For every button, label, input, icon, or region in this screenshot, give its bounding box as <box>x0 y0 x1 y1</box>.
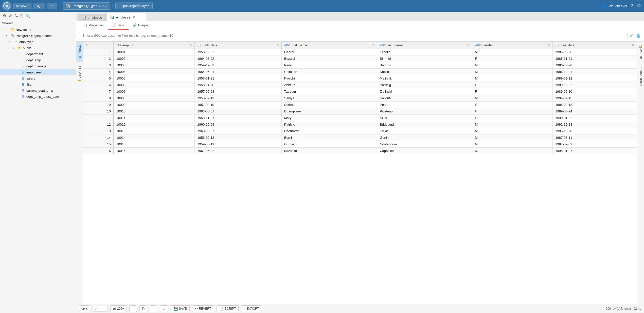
table-cell[interactable]: Piveteau <box>377 108 472 115</box>
table-cell[interactable]: 9 <box>83 102 114 108</box>
col-header-birth-date[interactable]: 🕐 birth_date ⇅ <box>195 42 281 49</box>
table-cell[interactable]: 10001 <box>114 49 195 55</box>
table-cell[interactable]: 1985-10-20 <box>553 128 637 134</box>
table-cell[interactable]: Facello <box>377 49 472 55</box>
table-cell[interactable]: 1986-12-01 <box>553 69 637 75</box>
table-cell[interactable]: 1964-06-02 <box>195 55 281 62</box>
table-cell[interactable]: Duangkaew <box>281 108 377 115</box>
sidebar-search-icon[interactable]: 🔍 <box>25 13 31 19</box>
table-cell[interactable]: Maliniak <box>377 75 472 82</box>
table-cell[interactable]: 13 <box>83 128 114 134</box>
table-cell[interactable]: Peac <box>377 102 472 108</box>
sidebar-item-current-dept-emp[interactable]: ⊟ current_dept_emp <box>0 87 76 93</box>
tab-more-button[interactable]: … <box>137 15 143 20</box>
table-cell[interactable]: 10008 <box>114 95 195 102</box>
table-cell[interactable]: 1953-04-20 <box>195 82 281 88</box>
table-cell[interactable]: F <box>472 88 553 95</box>
table-cell[interactable]: 14 <box>83 134 114 141</box>
table-row[interactable]: 10100101963-06-01DuangkaewPiveteauF1989-… <box>83 108 637 115</box>
sidebar-item-schema[interactable]: ▾ 🗄 employee <box>0 39 76 45</box>
table-cell[interactable]: Kazuhito <box>281 148 377 154</box>
table-cell[interactable]: F <box>472 102 553 108</box>
table-cell[interactable]: 1990-01-22 <box>553 115 637 121</box>
connection-label[interactable]: 🐘 PostgreSQL@ep ▸ 5203 <box>63 2 110 10</box>
table-row[interactable]: 9100091952-04-19SumantPeacF1985-02-18 <box>83 102 637 108</box>
sidebar-item-dept-emp[interactable]: ⊞ dept_emp <box>0 57 76 63</box>
table-cell[interactable]: 10007 <box>114 88 195 95</box>
table-cell[interactable]: 10015 <box>114 141 195 148</box>
table-cell[interactable]: 10011 <box>114 115 195 121</box>
count-label-btn[interactable]: ⊞ 200+ <box>110 305 127 312</box>
sort-icon[interactable]: ⇅ <box>277 44 279 47</box>
table-cell[interactable]: M <box>472 134 553 141</box>
sidebar-item-dept-emp-latest[interactable]: ⊟ dept_emp_latest_date <box>0 93 76 100</box>
sql-button[interactable]: SQL <box>33 3 45 9</box>
table-cell[interactable]: Simmel <box>377 55 472 62</box>
table-cell[interactable]: Cappelletti <box>377 148 472 154</box>
user-icon[interactable]: 👤 <box>600 2 607 10</box>
copy-row-button[interactable]: ⎘ <box>139 305 147 312</box>
table-cell[interactable]: 1994-09-15 <box>553 95 637 102</box>
table-row[interactable]: 16100161961-05-02KazuhitoCappellettiM199… <box>83 148 637 154</box>
table-cell[interactable]: Georgi <box>281 49 377 55</box>
sidebar-add-icon[interactable]: ⎘ <box>20 13 24 19</box>
col-header-emp-no[interactable]: 123 emp_no ⇅ <box>114 42 195 49</box>
table-row[interactable]: 4100041954-05-01ChirstianKoblickM1986-12… <box>83 69 637 75</box>
table-cell[interactable]: 1985-02-18 <box>553 102 637 108</box>
table-cell[interactable]: 10002 <box>114 55 195 62</box>
nav-button[interactable]: ⟳ ▾ <box>47 3 57 9</box>
limit-input[interactable] <box>93 306 108 312</box>
table-row[interactable]: 11100111953-11-07MarySluisF1990-01-22 <box>83 115 637 121</box>
table-cell[interactable]: 4 <box>83 69 114 75</box>
tab-employee-active[interactable]: 📊 employee ✕ … <box>106 13 147 21</box>
table-cell[interactable]: Guoxiang <box>281 141 377 148</box>
subtab-properties[interactable]: 📋 Properties <box>79 21 108 30</box>
table-cell[interactable]: 1987-03-11 <box>553 134 637 141</box>
table-cell[interactable]: 1995-01-27 <box>553 148 637 154</box>
table-cell[interactable]: M <box>472 121 553 128</box>
table-cell[interactable]: 2 <box>83 55 114 62</box>
table-cell[interactable]: Parto <box>281 62 377 69</box>
table-cell[interactable]: 1963-06-01 <box>195 108 281 115</box>
table-cell[interactable]: M <box>472 75 553 82</box>
col-header-gender[interactable]: ABC gender ⇅ <box>472 42 553 49</box>
right-panel-grouping[interactable]: ⊙ GROUPING <box>637 62 644 90</box>
export-button[interactable]: ↑ EXPORT <box>241 305 262 312</box>
side-panel-charts[interactable]: 🥧 CHARTS <box>76 62 83 86</box>
table-cell[interactable]: M <box>472 62 553 69</box>
sort-icon[interactable]: ⇅ <box>372 44 374 47</box>
col-header-hire-date[interactable]: 🕐 hire_date ⇅ <box>553 42 637 49</box>
sidebar-collapse-icon[interactable]: ⇅ <box>14 13 19 19</box>
table-cell[interactable]: 10003 <box>114 62 195 69</box>
table-row[interactable]: 14100141956-02-12BerniGeninM1987-03-11 <box>83 134 637 141</box>
table-cell[interactable]: Eberhardt <box>281 128 377 134</box>
table-cell[interactable]: 1989-02-10 <box>553 88 637 95</box>
table-cell[interactable]: 10006 <box>114 82 195 88</box>
filter-confirm-icon[interactable]: ✓ <box>630 33 633 38</box>
table-cell[interactable]: M <box>472 69 553 75</box>
table-cell[interactable]: 1959-08-19 <box>195 141 281 148</box>
side-panel-table[interactable]: ⊞ TABLE <box>76 42 83 62</box>
right-panel-value[interactable]: 📋 VALUE <box>637 42 644 62</box>
revert-button[interactable]: ↩ REVERT <box>192 305 214 312</box>
sidebar-item-public[interactable]: ▾ 📂 public <box>0 45 76 51</box>
table-cell[interactable]: Preusig <box>377 82 472 88</box>
table-cell[interactable]: 11 <box>83 115 114 121</box>
col-header-rownum[interactable]: # <box>83 42 114 49</box>
table-cell[interactable]: Mary <box>281 115 377 121</box>
table-cell[interactable]: 10014 <box>114 134 195 141</box>
table-cell[interactable]: F <box>472 115 553 121</box>
table-cell[interactable]: Chirstian <box>281 69 377 75</box>
table-cell[interactable]: 10004 <box>114 69 195 75</box>
table-cell[interactable]: F <box>472 55 553 62</box>
table-row[interactable]: 6100061953-04-20AnnekePreusigF1989-06-02 <box>83 82 637 88</box>
table-cell[interactable]: 1992-12-18 <box>553 121 637 128</box>
table-cell[interactable]: 6 <box>83 82 114 88</box>
table-cell[interactable]: Sluis <box>377 115 472 121</box>
refresh-button[interactable]: ⟳ ▾ <box>79 305 90 312</box>
table-cell[interactable]: 1956-02-12 <box>195 134 281 141</box>
new-button[interactable]: ⊞ New ▾ <box>13 3 31 9</box>
table-cell[interactable]: 1955-01-21 <box>195 75 281 82</box>
table-cell[interactable]: 7 <box>83 88 114 95</box>
table-cell[interactable]: 3 <box>83 62 114 69</box>
